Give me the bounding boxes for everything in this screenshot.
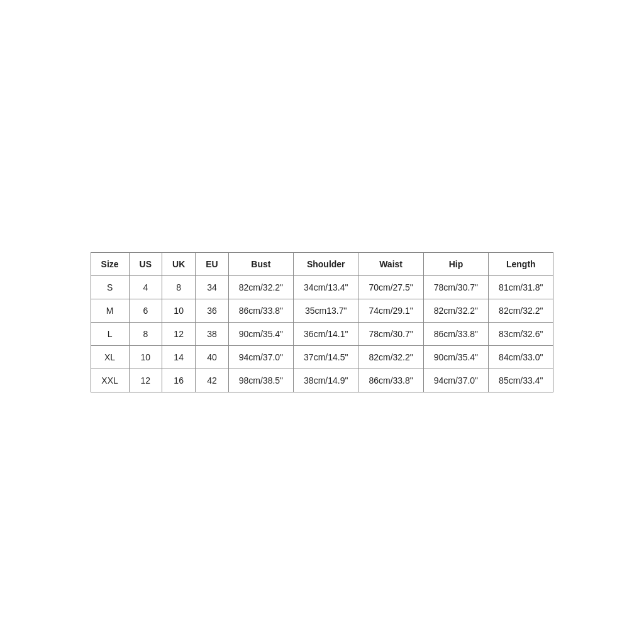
header-waist: Waist (358, 252, 423, 275)
cell-bust: 86cm/33.8" (228, 299, 293, 322)
cell-shoulder: 36cm/14.1" (294, 322, 358, 345)
cell-uk: 8 (162, 275, 196, 299)
cell-waist: 74cm/29.1" (358, 299, 423, 322)
cell-hip: 94cm/37.0" (423, 369, 488, 392)
header-size: Size (91, 252, 129, 275)
cell-hip: 90cm/35.4" (423, 345, 488, 369)
cell-waist: 86cm/33.8" (358, 369, 423, 392)
cell-eu: 36 (196, 299, 228, 322)
cell-uk: 14 (162, 345, 196, 369)
cell-length: 84cm/33.0" (489, 345, 553, 369)
cell-bust: 94cm/37.0" (228, 345, 293, 369)
header-eu: EU (196, 252, 228, 275)
cell-uk: 10 (162, 299, 196, 322)
cell-size: XXL (91, 369, 129, 392)
cell-shoulder: 38cm/14.9" (294, 369, 358, 392)
table-row: XL10144094cm/37.0"37cm/14.5"82cm/32.2"90… (91, 345, 553, 369)
table-row: L8123890cm/35.4"36cm/14.1"78cm/30.7"86cm… (91, 322, 553, 345)
size-chart-container: Size US UK EU Bust Shoulder Waist Hip Le… (91, 252, 554, 392)
cell-shoulder: 35cm13.7" (294, 299, 358, 322)
cell-eu: 40 (196, 345, 228, 369)
cell-bust: 90cm/35.4" (228, 322, 293, 345)
cell-bust: 82cm/32.2" (228, 275, 293, 299)
cell-hip: 82cm/32.2" (423, 299, 488, 322)
cell-hip: 78cm/30.7" (423, 275, 488, 299)
cell-length: 81cm/31.8" (489, 275, 553, 299)
table-row: XXL12164298cm/38.5"38cm/14.9"86cm/33.8"9… (91, 369, 553, 392)
cell-uk: 16 (162, 369, 196, 392)
cell-us: 8 (129, 322, 162, 345)
cell-us: 4 (129, 275, 162, 299)
cell-waist: 78cm/30.7" (358, 322, 423, 345)
cell-eu: 42 (196, 369, 228, 392)
cell-waist: 82cm/32.2" (358, 345, 423, 369)
cell-hip: 86cm/33.8" (423, 322, 488, 345)
cell-size: L (91, 322, 129, 345)
cell-size: S (91, 275, 129, 299)
cell-eu: 34 (196, 275, 228, 299)
table-row: S483482cm/32.2"34cm/13.4"70cm/27.5"78cm/… (91, 275, 553, 299)
cell-length: 83cm/32.6" (489, 322, 553, 345)
size-chart-table: Size US UK EU Bust Shoulder Waist Hip Le… (91, 252, 554, 392)
cell-length: 85cm/33.4" (489, 369, 553, 392)
cell-uk: 12 (162, 322, 196, 345)
header-shoulder: Shoulder (294, 252, 358, 275)
header-hip: Hip (423, 252, 488, 275)
cell-bust: 98cm/38.5" (228, 369, 293, 392)
cell-us: 10 (129, 345, 162, 369)
cell-size: M (91, 299, 129, 322)
cell-length: 82cm/32.2" (489, 299, 553, 322)
table-row: M6103686cm/33.8"35cm13.7"74cm/29.1"82cm/… (91, 299, 553, 322)
header-length: Length (489, 252, 553, 275)
header-uk: UK (162, 252, 196, 275)
cell-shoulder: 34cm/13.4" (294, 275, 358, 299)
table-header-row: Size US UK EU Bust Shoulder Waist Hip Le… (91, 252, 553, 275)
header-bust: Bust (228, 252, 293, 275)
cell-us: 6 (129, 299, 162, 322)
cell-us: 12 (129, 369, 162, 392)
cell-eu: 38 (196, 322, 228, 345)
cell-waist: 70cm/27.5" (358, 275, 423, 299)
cell-size: XL (91, 345, 129, 369)
header-us: US (129, 252, 162, 275)
cell-shoulder: 37cm/14.5" (294, 345, 358, 369)
